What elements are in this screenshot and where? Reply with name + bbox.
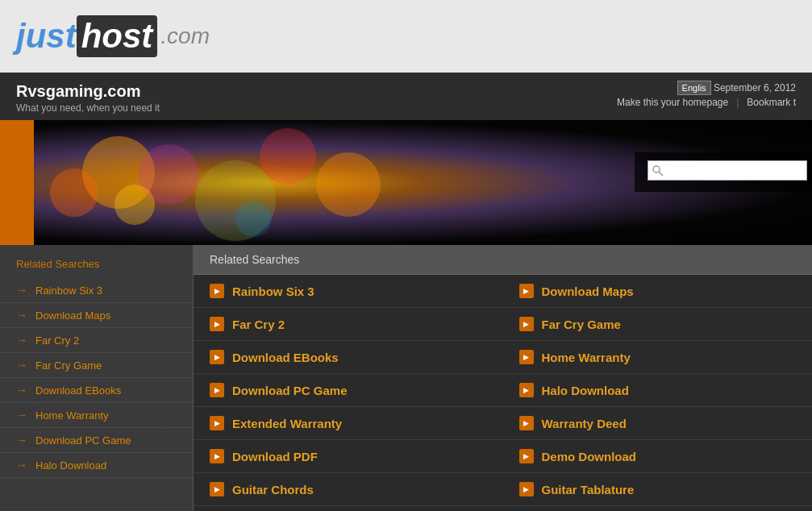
result-item[interactable]: Guitar Tabs: [194, 506, 503, 511]
logo-just: just: [16, 17, 77, 56]
result-arrow-icon: [210, 350, 224, 364]
result-item[interactable]: Download Maps: [503, 275, 813, 308]
logo-host: host: [77, 15, 158, 57]
result-label: Guitar Chords: [232, 483, 314, 496]
header-right: Englis September 6, 2012 Make this your …: [617, 82, 796, 108]
sidebar-arrow-icon: →: [16, 434, 27, 447]
sidebar-title: Related Searches: [0, 258, 193, 278]
sidebar-arrow-icon: →: [16, 384, 27, 397]
sidebar: Related Searches →Rainbow Six 3→Download…: [0, 245, 194, 511]
sidebar-item[interactable]: →Rainbow Six 3: [0, 278, 193, 303]
sidebar-item[interactable]: →Far Cry 2: [0, 328, 193, 353]
site-title: Rvsgaming.com: [16, 82, 160, 101]
main-results: Related Searches Rainbow Six 3Download M…: [194, 245, 812, 511]
results-grid: Rainbow Six 3Download MapsFar Cry 2Far C…: [194, 275, 812, 511]
result-item[interactable]: Far Cry 2: [194, 308, 503, 341]
language-selector[interactable]: Englis: [677, 81, 711, 95]
result-label: Extended Warranty: [232, 417, 342, 430]
result-item[interactable]: Download PC Game: [194, 374, 503, 407]
search-input[interactable]: [648, 160, 807, 181]
search-bar: SEARCH: [635, 152, 812, 192]
logo-com: .com: [160, 23, 210, 49]
results-header: Related Searches: [194, 245, 812, 275]
sidebar-item[interactable]: →Halo Download: [0, 453, 193, 478]
result-item[interactable]: Warranty Deed: [503, 407, 813, 440]
result-label: Rainbow Six 3: [232, 285, 314, 298]
sidebar-items: →Rainbow Six 3→Download Maps→Far Cry 2→F…: [0, 278, 193, 478]
result-item[interactable]: Guitar Chords: [194, 473, 503, 506]
sidebar-item[interactable]: →Download PC Game: [0, 428, 193, 453]
result-label: Far Cry 2: [232, 318, 285, 331]
site-branding: Rvsgaming.com What you need, when you ne…: [16, 82, 160, 114]
orange-block: [0, 120, 34, 245]
result-label: Demo Download: [542, 450, 637, 463]
result-label: Warranty Deed: [542, 417, 627, 430]
sidebar-arrow-icon: →: [16, 309, 27, 322]
bookmark-link[interactable]: Bookmark t: [747, 97, 796, 108]
sidebar-item-label: Download PC Game: [35, 434, 131, 447]
sidebar-item-label: Download Maps: [35, 310, 110, 322]
site-header: Rvsgaming.com What you need, when you ne…: [0, 73, 812, 120]
result-arrow-icon: [519, 482, 534, 496]
result-label: Download PDF: [232, 450, 318, 463]
result-arrow-icon: [519, 383, 534, 397]
main-wrapper: Rvsgaming.com What you need, when you ne…: [0, 73, 812, 511]
result-label: Download Maps: [542, 285, 634, 298]
sidebar-arrow-icon: →: [16, 459, 27, 472]
sidebar-item[interactable]: →Home Warranty: [0, 403, 193, 428]
sidebar-item-label: Home Warranty: [35, 409, 109, 422]
result-item[interactable]: Far Cry Game: [503, 308, 813, 341]
result-item[interactable]: Demo Download: [503, 440, 813, 473]
result-label: Far Cry Game: [542, 318, 621, 331]
result-arrow-icon: [210, 482, 224, 496]
result-item[interactable]: Home Warranty: [503, 341, 813, 374]
result-arrow-icon: [519, 350, 534, 364]
result-item[interactable]: Extended Warranty: [194, 407, 503, 440]
result-arrow-icon: [519, 317, 534, 331]
sidebar-arrow-icon: →: [16, 359, 27, 372]
result-arrow-icon: [519, 284, 534, 298]
sidebar-arrow-icon: →: [16, 409, 27, 422]
result-arrow-icon: [519, 416, 534, 430]
result-label: Guitar Tablature: [542, 483, 635, 496]
result-item[interactable]: Download PDF: [194, 440, 503, 473]
result-arrow-icon: [210, 449, 224, 463]
result-label: Download EBooks: [232, 351, 339, 364]
header-links: Make this your homepage | Bookmark t: [617, 97, 796, 108]
result-item[interactable]: Download EBooks: [194, 341, 503, 374]
sidebar-item[interactable]: →Far Cry Game: [0, 353, 193, 378]
sidebar-item-label: Halo Download: [35, 459, 106, 472]
sidebar-arrow-icon: →: [16, 334, 27, 347]
result-arrow-icon: [210, 383, 224, 397]
sidebar-item-label: Rainbow Six 3: [35, 285, 102, 297]
result-item[interactable]: Halo Download: [503, 374, 813, 407]
result-arrow-icon: [519, 449, 534, 463]
result-label: Home Warranty: [542, 351, 631, 364]
content-area: Related Searches →Rainbow Six 3→Download…: [0, 245, 812, 511]
sidebar-item-label: Download EBooks: [35, 384, 121, 397]
result-label: Download PC Game: [232, 384, 348, 397]
site-tagline: What you need, when you need it: [16, 102, 160, 114]
make-homepage-link[interactable]: Make this your homepage: [617, 97, 728, 108]
result-item[interactable]: Rainbow Six 3: [194, 275, 503, 308]
sidebar-item-label: Far Cry Game: [35, 359, 102, 372]
sidebar-item[interactable]: →Download Maps: [0, 303, 193, 328]
result-arrow-icon: [210, 416, 224, 430]
header-date: Englis September 6, 2012: [677, 82, 796, 93]
top-bar: justhost.com: [0, 0, 812, 73]
result-item[interactable]: Guitar Center: [503, 506, 813, 511]
result-label: Halo Download: [542, 384, 629, 397]
result-arrow-icon: [210, 284, 224, 298]
divider: |: [736, 97, 739, 108]
sidebar-item[interactable]: →Download EBooks: [0, 378, 193, 403]
date-text: September 6, 2012: [714, 82, 796, 93]
logo: justhost.com: [16, 15, 210, 57]
sidebar-item-label: Far Cry 2: [35, 334, 79, 347]
result-arrow-icon: [210, 317, 224, 331]
result-item[interactable]: Guitar Tablature: [503, 473, 813, 506]
hero-area: SEARCH: [0, 120, 812, 245]
sidebar-arrow-icon: →: [16, 284, 27, 297]
